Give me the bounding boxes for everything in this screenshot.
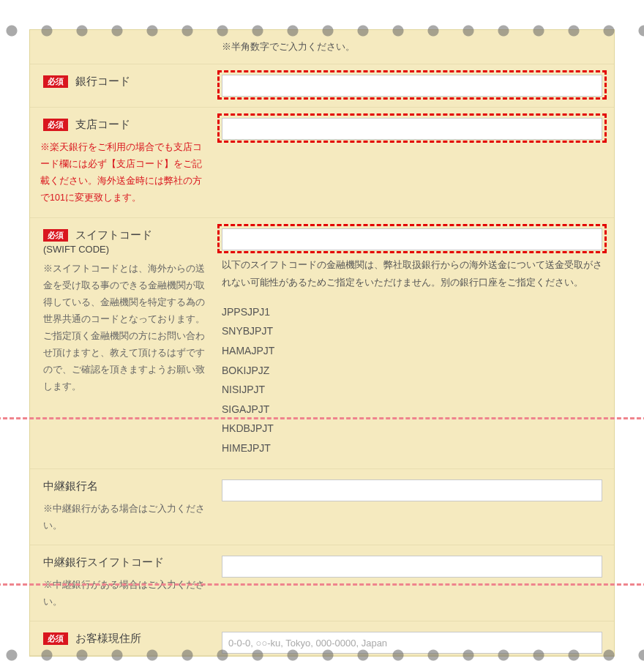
swift-code-item: SIGAJPJT [222, 400, 602, 419]
swift-code-item: HIMEJPJT [222, 438, 602, 458]
swift-code-item: HKDBJPJT [222, 419, 602, 438]
input-cell-bank-code [214, 64, 614, 107]
input-cell-address [214, 621, 614, 655]
form-container: ※半角数字でご入力ください。 必須 銀行コード 必須 支店コード ※楽天銀行をご… [29, 29, 615, 657]
swift-input[interactable] [222, 228, 602, 250]
swift-code-item: HAMAJPJT [222, 341, 602, 361]
relay-bank-swift-input[interactable] [222, 556, 602, 578]
input-cell-relay-bank-swift [214, 545, 614, 621]
label-cell-empty [30, 30, 214, 64]
relay-bank-swift-help: ※中継銀行がある場合はご入力ください。 [43, 577, 206, 610]
row-hanbyou-note: ※半角数字でご入力ください。 [30, 30, 614, 64]
swift-sublabel: (SWIFT CODE) [43, 244, 206, 255]
swift-code-item: BOKIJPJZ [222, 361, 602, 381]
row-bank-code: 必須 銀行コード [30, 64, 614, 108]
swift-codes-list: JPPSJPJ1 SNYBJPJT HAMAJPJT BOKIJPJZ NISI… [222, 302, 602, 458]
row-swift: 必須 スイフトコード (SWIFT CODE) ※スイフトコードとは、海外からの… [30, 218, 614, 469]
branch-code-help: ※楽天銀行をご利用の場合でも支店コード欄には必ず【支店コード】をご記載ください。… [40, 139, 206, 207]
bank-code-input[interactable] [222, 75, 602, 97]
branch-code-label: 支店コード [75, 118, 130, 130]
branch-code-input[interactable] [222, 118, 602, 140]
label-cell-relay-bank-name: 中継銀行名 ※中継銀行がある場合はご入力ください。 [30, 469, 214, 545]
row-relay-bank-name: 中継銀行名 ※中継銀行がある場合はご入力ください。 [30, 469, 614, 545]
row-address: 必須 お客様現住所 [30, 621, 614, 656]
swift-code-item: SNYBJPJT [222, 321, 602, 341]
bank-code-label: 銀行コード [75, 75, 130, 87]
address-label: お客様現住所 [75, 632, 141, 644]
relay-bank-swift-label: 中継銀行スイフトコード [43, 556, 164, 568]
label-cell-branch-code: 必須 支店コード ※楽天銀行をご利用の場合でも支店コード欄には必ず【支店コード】… [30, 108, 214, 217]
swift-label: スイフトコード [75, 228, 152, 241]
required-badge: 必須 [43, 119, 68, 131]
input-cell-branch-code [214, 108, 614, 217]
required-badge: 必須 [43, 75, 68, 88]
relay-bank-name-help: ※中継銀行がある場合はご入力ください。 [43, 501, 206, 534]
hanbyou-note-text: ※半角数字でご入力ください。 [222, 41, 355, 52]
swift-note: 以下のスイフトコードの金融機関は、弊社取扱銀行からの海外送金について送金受取がさ… [222, 256, 602, 292]
label-cell-relay-bank-swift: 中継銀行スイフトコード ※中継銀行がある場合はご入力ください。 [30, 545, 214, 621]
wave-top [0, 0, 644, 32]
label-cell-swift: 必須 スイフトコード (SWIFT CODE) ※スイフトコードとは、海外からの… [30, 218, 214, 468]
required-badge: 必須 [43, 632, 68, 645]
row-relay-bank-swift: 中継銀行スイフトコード ※中継銀行がある場合はご入力ください。 [30, 545, 614, 621]
swift-code-item: NISIJPJT [222, 380, 602, 400]
row-branch-code: 必須 支店コード ※楽天銀行をご利用の場合でも支店コード欄には必ず【支店コード】… [30, 108, 614, 218]
relay-bank-name-label: 中継銀行名 [43, 479, 98, 492]
input-cell-swift: 以下のスイフトコードの金融機関は、弊社取扱銀行からの海外送金について送金受取がさ… [214, 218, 614, 468]
input-cell-relay-bank-name [214, 469, 614, 545]
hanbyou-note-cell: ※半角数字でご入力ください。 [214, 30, 614, 64]
label-cell-address: 必須 お客様現住所 [30, 621, 214, 655]
relay-bank-name-input[interactable] [222, 479, 602, 501]
required-badge: 必須 [43, 229, 68, 242]
address-input[interactable] [222, 632, 602, 654]
label-cell-bank-code: 必須 銀行コード [30, 64, 214, 107]
swift-help: ※スイフトコードとは、海外からの送金を受け取る事のできる金融機関が取得している、… [43, 261, 206, 396]
swift-code-item: JPPSJPJ1 [222, 302, 602, 322]
